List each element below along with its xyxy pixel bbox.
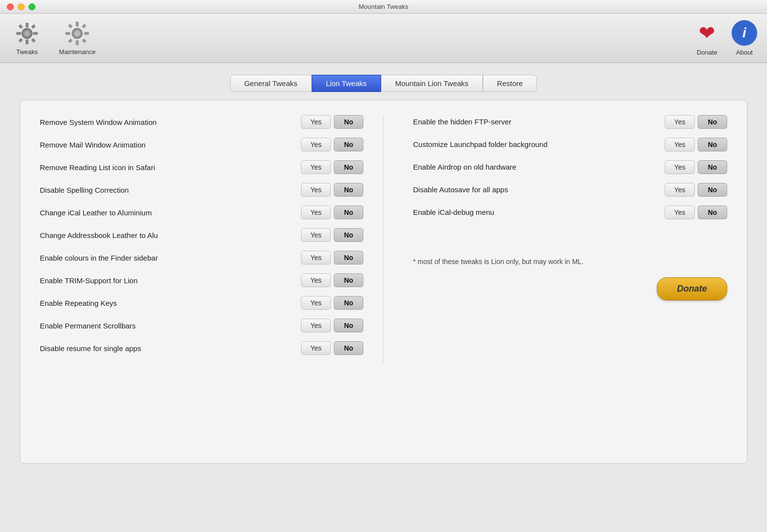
yes-button[interactable]: Yes bbox=[301, 319, 331, 332]
yes-button[interactable]: Yes bbox=[665, 160, 695, 174]
no-button[interactable]: No bbox=[334, 138, 363, 151]
tweak-label: Enable TRIM-Support for Lion bbox=[40, 276, 301, 285]
tweak-label: Customize Launchpad folder background bbox=[413, 140, 665, 149]
svg-rect-2 bbox=[26, 39, 29, 44]
close-button[interactable] bbox=[7, 3, 14, 10]
table-row: Enable the hidden FTP-server Yes No bbox=[413, 115, 727, 129]
svg-rect-3 bbox=[16, 32, 21, 35]
yes-button[interactable]: Yes bbox=[665, 138, 695, 151]
tab-lion[interactable]: Lion Tweaks bbox=[312, 75, 381, 92]
tweak-label: Disable resume for single apps bbox=[40, 344, 301, 353]
no-button[interactable]: No bbox=[334, 115, 363, 129]
yes-button[interactable]: Yes bbox=[301, 228, 331, 242]
yes-button[interactable]: Yes bbox=[301, 183, 331, 197]
btn-group: Yes No bbox=[301, 273, 363, 287]
svg-rect-14 bbox=[65, 32, 70, 35]
tweak-label: Disable Spelling Correction bbox=[40, 186, 301, 194]
no-button[interactable]: No bbox=[334, 160, 363, 174]
yes-button[interactable]: Yes bbox=[301, 115, 331, 129]
donate-paypal-button[interactable]: Donate bbox=[657, 277, 727, 300]
yes-button[interactable]: Yes bbox=[301, 296, 331, 310]
svg-rect-13 bbox=[76, 40, 79, 45]
maintenance-label: Maintenance bbox=[59, 48, 95, 56]
no-button[interactable]: No bbox=[334, 251, 363, 265]
no-button[interactable]: No bbox=[334, 296, 363, 310]
table-row: Customize Launchpad folder background Ye… bbox=[413, 138, 727, 151]
left-column: Remove System Window Animation Yes No Re… bbox=[40, 115, 384, 364]
no-button[interactable]: No bbox=[698, 115, 727, 129]
btn-group: Yes No bbox=[665, 138, 727, 151]
table-row: Remove System Window Animation Yes No bbox=[40, 115, 363, 129]
no-button[interactable]: No bbox=[334, 341, 363, 355]
tab-restore[interactable]: Restore bbox=[483, 75, 537, 92]
no-button[interactable]: No bbox=[698, 206, 727, 219]
table-row: Remove Reading List icon in Safari Yes N… bbox=[40, 160, 363, 174]
svg-rect-17 bbox=[82, 24, 87, 29]
no-button[interactable]: No bbox=[334, 228, 363, 242]
table-row: Change iCal Leather to Aluminium Yes No bbox=[40, 206, 363, 219]
yes-button[interactable]: Yes bbox=[301, 206, 331, 219]
minimize-button[interactable] bbox=[18, 3, 25, 10]
tab-general[interactable]: General Tweaks bbox=[230, 75, 312, 92]
btn-group: Yes No bbox=[301, 296, 363, 310]
table-row: Disable Autosave for all apps Yes No bbox=[413, 183, 727, 197]
window-controls bbox=[7, 3, 35, 10]
maintenance-icon bbox=[64, 21, 90, 46]
tweaks-toolbar-item[interactable]: Tweaks bbox=[10, 21, 44, 56]
no-button[interactable]: No bbox=[334, 206, 363, 219]
svg-rect-16 bbox=[68, 24, 73, 29]
yes-button[interactable]: Yes bbox=[301, 273, 331, 287]
yes-button[interactable]: Yes bbox=[301, 251, 331, 265]
no-button[interactable]: No bbox=[698, 160, 727, 174]
title-bar: Mountain Tweaks bbox=[0, 0, 767, 14]
tab-mountain-lion[interactable]: Mountain Lion Tweaks bbox=[381, 75, 483, 92]
svg-rect-1 bbox=[26, 23, 29, 28]
svg-rect-4 bbox=[33, 32, 38, 35]
yes-button[interactable]: Yes bbox=[665, 183, 695, 197]
tweak-label: Change Addressbook Leather to Alu bbox=[40, 231, 301, 239]
btn-group: Yes No bbox=[665, 206, 727, 219]
btn-group: Yes No bbox=[301, 183, 363, 197]
yes-button[interactable]: Yes bbox=[665, 206, 695, 219]
svg-rect-12 bbox=[76, 22, 79, 27]
tweak-label: Enable iCal-debug menu bbox=[413, 207, 665, 217]
no-button[interactable]: No bbox=[334, 183, 363, 197]
table-row: Remove Mail Window Animation Yes No bbox=[40, 138, 363, 151]
btn-group: Yes No bbox=[301, 251, 363, 265]
tweak-label: Disable Autosave for all apps bbox=[413, 185, 665, 195]
about-toolbar-action[interactable]: i About bbox=[732, 20, 757, 56]
yes-button[interactable]: Yes bbox=[301, 138, 331, 151]
svg-rect-8 bbox=[31, 38, 36, 43]
no-button[interactable]: No bbox=[698, 138, 727, 151]
yes-button[interactable]: Yes bbox=[665, 115, 695, 129]
svg-rect-19 bbox=[82, 38, 87, 43]
tabs-container: General Tweaks Lion Tweaks Mountain Lion… bbox=[0, 63, 767, 100]
btn-group: Yes No bbox=[665, 183, 727, 197]
donate-toolbar-action[interactable]: ❤ Donate bbox=[694, 20, 720, 56]
tweak-label: Enable Repeating Keys bbox=[40, 299, 301, 307]
svg-rect-15 bbox=[84, 32, 89, 35]
tweaks-icon bbox=[14, 21, 40, 46]
no-button[interactable]: No bbox=[334, 273, 363, 287]
toolbar-right: ❤ Donate i About bbox=[694, 20, 757, 56]
toolbar: Tweaks bbox=[0, 14, 767, 63]
table-row: Enable iCal-debug menu Yes No bbox=[413, 206, 727, 219]
yes-button[interactable]: Yes bbox=[301, 341, 331, 355]
tweaks-label: Tweaks bbox=[16, 48, 38, 56]
tweak-label: Remove System Window Animation bbox=[40, 118, 301, 126]
yes-button[interactable]: Yes bbox=[301, 160, 331, 174]
footnote-text: * most of these tweaks is Lion only, but… bbox=[413, 258, 727, 266]
no-button[interactable]: No bbox=[698, 183, 727, 197]
btn-group: Yes No bbox=[301, 115, 363, 129]
svg-point-21 bbox=[74, 30, 80, 36]
svg-rect-6 bbox=[31, 24, 36, 29]
tweak-label: Change iCal Leather to Aluminium bbox=[40, 208, 301, 217]
maximize-button[interactable] bbox=[29, 3, 35, 10]
donate-button-container: Donate bbox=[413, 277, 727, 300]
maintenance-toolbar-item[interactable]: Maintenance bbox=[59, 21, 95, 56]
svg-rect-5 bbox=[18, 24, 23, 29]
tweak-label: Enable Permanent Scrollbars bbox=[40, 322, 301, 330]
no-button[interactable]: No bbox=[334, 319, 363, 332]
tweaks-gear-svg bbox=[14, 21, 40, 46]
right-column: Enable the hidden FTP-server Yes No Cust… bbox=[384, 115, 727, 364]
